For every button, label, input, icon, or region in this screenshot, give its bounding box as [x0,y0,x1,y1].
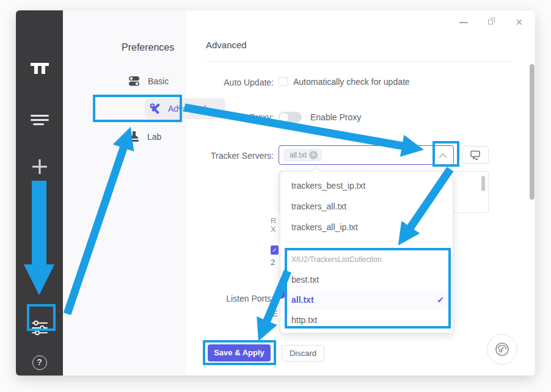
dropdown-group-label: XIU2/TrackersListCollection [291,252,382,267]
help-icon[interactable]: ? [16,354,63,372]
auto-update-checkbox-label[interactable]: Automatically check for update [293,77,410,87]
tracker-dropdown: trackers_best_ip.txt trackers_all.txt tr… [280,171,453,333]
tag-label: all.txt [290,151,307,159]
toggles-icon [128,75,140,87]
tracker-servers-select[interactable]: all.txt × [279,145,454,165]
chevron-up-icon[interactable] [439,153,447,158]
app-sidebar: ? [16,10,63,376]
textarea-scrollbar-thumb[interactable] [481,176,485,191]
help-glyph: ? [32,355,47,370]
speed-limit-button[interactable] [487,334,517,365]
dropdown-item[interactable]: trackers_best_ip.txt [280,175,453,196]
title-divider [206,61,514,62]
dropdown-item[interactable]: trackers_all_ip.txt [280,217,453,238]
preferences-title: Preferences [122,42,174,53]
proxy-toggle-label: Enable Proxy [310,112,361,122]
proxy-toggle-knob [280,113,288,122]
dropdown-item-selected[interactable]: all.txt ✓ [280,289,453,310]
motrix-logo-icon [16,58,63,79]
app-window: ? Preferences Basic [16,10,535,376]
speedometer-icon [494,341,511,358]
listen-ports-label: Listen Ports: [151,294,274,303]
hidden-text-fragment: X [271,225,276,234]
selected-tracker-tag: all.txt × [284,149,321,161]
hidden-checkbox-fragment: ✓ [271,245,279,255]
settings-icon[interactable] [16,318,63,338]
dropdown-item-label: all.txt [291,295,314,305]
tag-close-icon[interactable]: × [309,151,318,159]
preferences-nav: Preferences Basic Advanced [63,10,186,376]
dropdown-notch [312,167,321,175]
main-scrollbar-thumb[interactable] [530,64,535,200]
dropdown-item[interactable]: trackers_all.txt [280,196,453,217]
hidden-text-fragment: 2 [271,258,275,267]
dropdown-item[interactable]: http.txt [280,310,453,330]
nav-item-label: Lab [147,132,161,142]
sync-trackers-button[interactable] [462,146,489,164]
nav-item-lab[interactable]: Lab [129,131,161,142]
task-list-icon[interactable] [16,111,63,129]
check-icon: ✓ [437,289,444,310]
proxy-toggle[interactable] [279,112,302,123]
dropdown-item[interactable]: best.txt [280,269,453,290]
hidden-text-fragment: R [271,216,276,225]
motrix-logo-glyph [31,61,49,76]
auto-update-label: Auto Update: [151,78,274,87]
sync-icon [470,150,481,160]
hidden-text-fragment: E [272,309,278,318]
discard-button[interactable]: Discard [282,345,324,361]
page-title: Advanced [206,40,247,50]
auto-update-checkbox[interactable] [279,77,288,86]
restore-glyph-front [488,20,493,24]
save-apply-button[interactable]: Save & Apply [208,344,271,361]
screen: ? Preferences Basic [0,0,551,392]
hidden-toggle-fragment [277,289,286,299]
proxy-label: Proxy: [151,112,274,122]
minimize-button[interactable] [459,22,468,23]
dropdown-divider [288,241,445,242]
close-button[interactable]: × [516,15,523,29]
restore-button[interactable] [488,18,495,24]
add-task-icon[interactable] [16,157,63,176]
tracker-servers-label: Tracker Servers: [151,151,274,161]
lab-icon [129,131,139,142]
